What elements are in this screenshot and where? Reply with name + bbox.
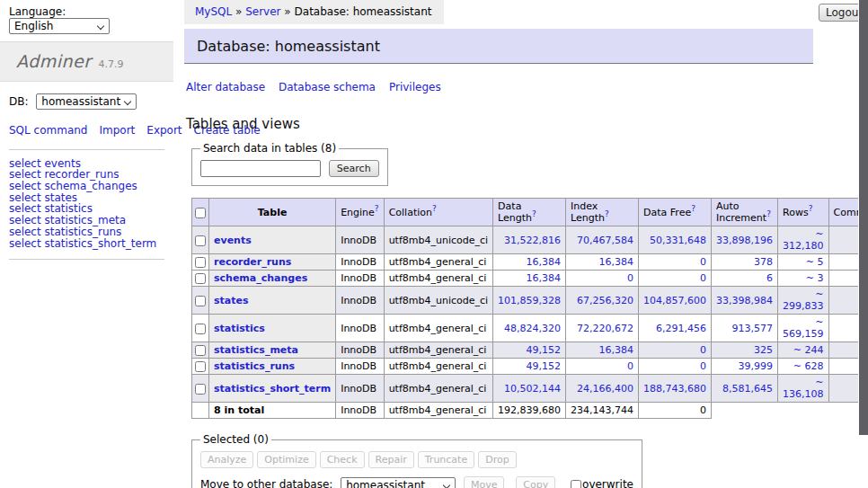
sidebar-action-link[interactable]: Import [99,124,135,137]
index-length-cell: 16,384 [566,342,639,359]
column-help-link[interactable]: ? [691,204,695,213]
table-row: eventsInnoDButf8mb4_unicode_ci31,522,816… [192,226,868,254]
rows-estimate-link[interactable]: ~ 299,833 [783,288,824,312]
row-checkbox[interactable] [195,273,206,284]
data-free-cell: 0 [639,271,712,287]
total-label-cell: 8 in total [209,403,336,419]
sidebar-actions: SQL commandImportExportCreate table [9,122,164,150]
sidebar-action-link[interactable]: SQL command [9,124,87,137]
rows-estimate-cell: ~ 136,108 [778,375,828,403]
sidebar-table-link[interactable]: select statistics_short_term [9,237,156,250]
select-all-checkbox[interactable] [195,208,206,218]
rows-estimate-link[interactable]: ~ 5 [806,256,824,268]
column-help-link[interactable]: ? [432,204,437,213]
column-help-link[interactable]: ? [809,204,813,213]
database-action-link[interactable]: Privileges [389,81,441,93]
table-name-link[interactable]: schema_changes [214,272,307,284]
rows-estimate-cell: ~ 5 [778,254,828,271]
index-length-cell: 16,384 [566,254,639,271]
data-free-cell: 0 [639,254,712,271]
table-name-link[interactable]: events [214,235,252,246]
table-name-link[interactable]: recorder_runs [214,256,291,268]
bulk-repair-button[interactable]: Repair [368,451,414,468]
rows-estimate-cell: ~ 3 [778,271,828,287]
sidebar-table-links: select eventsselect recorder_runsselect … [9,158,164,261]
table-name-link[interactable]: statistics_meta [214,344,298,356]
index-length-cell: 24,166,400 [566,375,639,403]
row-checkbox-cell [192,342,209,359]
bulk-analyze-button[interactable]: Analyze [200,451,253,468]
breadcrumb-link[interactable]: MySQL [195,5,232,18]
row-checkbox[interactable] [195,361,206,372]
move-row: Move to other database: homeassistant Mo… [200,476,633,488]
rows-estimate-cell: ~ 628 [778,359,828,375]
column-header-label: Collation [389,207,432,218]
rows-estimate-link[interactable]: ~ 569,159 [783,316,824,340]
rows-estimate-link[interactable]: ~ 312,180 [783,228,824,252]
column-header-auto-increment: Auto Increment? [712,199,778,226]
search-button[interactable]: Search [329,160,379,177]
bulk-drop-button[interactable]: Drop [478,451,516,468]
db-select[interactable]: homeassistant [36,93,137,110]
scrollbar-thumb[interactable] [859,0,868,435]
copy-button[interactable]: Copy [516,476,555,488]
bulk-check-button[interactable]: Check [320,451,365,468]
table-name-link[interactable]: statistics_short_term [214,383,331,395]
rows-estimate-cell: ~ 244 [778,342,828,359]
move-database-select[interactable]: homeassistant [341,477,456,488]
table-name-link[interactable]: states [214,295,249,306]
row-checkbox[interactable] [195,324,206,334]
auto-increment-cell: 33,398,984 [712,287,778,315]
column-help-link[interactable]: ? [375,204,379,213]
search-fieldset: Search data in tables (8) Search [191,142,388,186]
language-row: Language: English [0,0,173,40]
data-length-cell: 31,522,816 [493,226,566,254]
auto-increment-cell: 39,999 [712,359,778,375]
row-checkbox-cell [192,375,209,403]
sidebar-action-link[interactable]: Export [146,124,182,137]
breadcrumb-link[interactable]: Server [245,5,280,18]
collation-cell: utf8mb4_unicode_ci [384,226,492,254]
data-length-cell: 16,384 [493,271,566,287]
bulk-optimize-button[interactable]: Optimize [257,451,315,468]
total-engine-cell: InnoDB [336,403,384,419]
search-input[interactable] [200,160,321,177]
overwrite-label: overwrite [582,478,633,488]
overwrite-checkbox[interactable] [571,480,581,488]
rows-estimate-link[interactable]: ~ 628 [793,360,824,372]
data-length-cell: 10,502,144 [493,375,566,403]
data-free-cell: 188,743,680 [639,375,712,403]
table-name-link[interactable]: statistics [214,323,265,334]
page-title: Database: homeassistant [184,29,813,64]
column-help-link[interactable]: ? [532,209,536,218]
column-help: ? [691,204,695,213]
language-select[interactable]: English [9,18,110,34]
row-checkbox[interactable] [195,345,206,356]
column-header-engine: Engine? [336,199,384,226]
sidebar-table-link-item: select statistics_short_term [9,238,164,250]
row-checkbox[interactable] [195,235,206,246]
auto-increment-cell: 33,898,196 [712,226,778,254]
collation-cell: utf8mb4_general_ci [384,375,492,403]
table-name-link[interactable]: statistics_runs [214,360,295,372]
db-select-value: homeassistant [41,95,120,108]
collation-cell: utf8mb4_general_ci [384,254,492,271]
column-help-link[interactable]: ? [766,209,771,218]
rows-estimate-link[interactable]: ~ 3 [806,272,824,284]
column-help: ? [432,204,437,213]
row-checkbox[interactable] [195,257,206,268]
rows-estimate-link[interactable]: ~ 244 [793,344,824,356]
row-checkbox[interactable] [195,384,206,395]
bulk-truncate-button[interactable]: Truncate [418,451,474,468]
row-checkbox-cell [192,287,209,315]
row-checkbox[interactable] [195,296,206,306]
database-action-link[interactable]: Database schema [279,81,376,93]
column-header-label: Rows [783,207,809,218]
rows-estimate-link[interactable]: ~ 136,108 [783,377,824,400]
column-help-link[interactable]: ? [605,209,609,218]
database-action-link[interactable]: Alter database [186,81,265,93]
overwrite-option[interactable]: overwrite [571,478,633,488]
move-button[interactable]: Move [464,476,505,488]
index-length-cell: 72,220,672 [566,315,639,342]
language-select-value: English [14,20,53,32]
